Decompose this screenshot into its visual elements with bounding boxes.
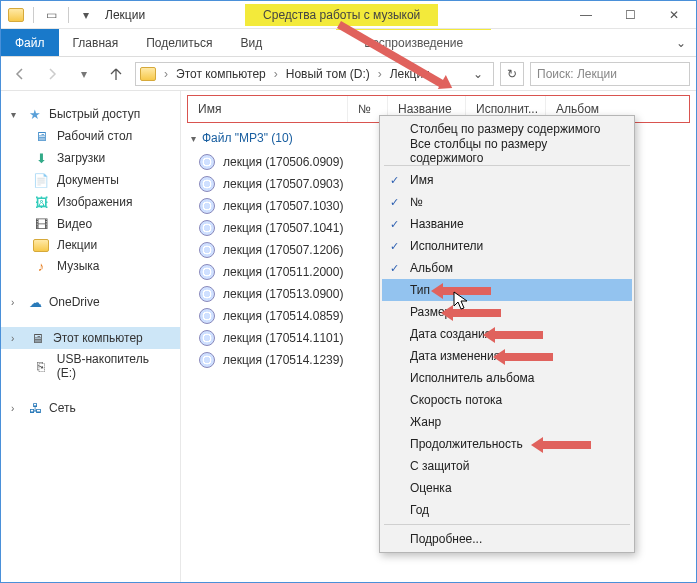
audio-file-icon <box>199 154 215 170</box>
nav-forward-button[interactable] <box>39 61 65 87</box>
menu-item-label: Дата создания <box>410 327 491 341</box>
file-name: лекция (170507.0903) <box>223 177 343 191</box>
nav-network-header[interactable]: › 🖧 Сеть <box>1 397 180 419</box>
refresh-button[interactable]: ↻ <box>500 62 524 86</box>
nav-item-label: Музыка <box>57 259 99 273</box>
nav-pane: ▾ ★ Быстрый доступ 🖥Рабочий стол ⬇Загруз… <box>1 91 181 582</box>
nav-item-lectures[interactable]: Лекции <box>1 235 180 255</box>
contextual-tab-header: Средства работы с музыкой <box>245 4 438 26</box>
maximize-button[interactable]: ☐ <box>608 1 652 29</box>
ribbon-tab-play[interactable]: Воспроизведение <box>336 29 491 56</box>
ribbon-tab-view[interactable]: Вид <box>226 29 276 56</box>
menu-column-toggle[interactable]: Дата изменения <box>382 345 632 367</box>
nav-item-label: Рабочий стол <box>57 129 132 143</box>
menu-column-toggle[interactable]: ✓Название <box>382 213 632 235</box>
nav-onedrive-header[interactable]: › ☁ OneDrive <box>1 291 180 313</box>
crumb-sep-icon[interactable]: › <box>272 67 280 81</box>
search-input[interactable]: Поиск: Лекции <box>530 62 690 86</box>
menu-column-toggle[interactable]: ✓№ <box>382 191 632 213</box>
check-icon: ✓ <box>390 174 399 187</box>
crumb-drive[interactable]: Новый том (D:) <box>282 65 374 83</box>
audio-file-icon <box>199 352 215 368</box>
menu-column-toggle[interactable]: Исполнитель альбома <box>382 367 632 389</box>
nav-item-pictures[interactable]: 🖼Изображения <box>1 191 180 213</box>
crumb-sep-icon[interactable]: › <box>162 67 170 81</box>
file-name: лекция (170506.0909) <box>223 155 343 169</box>
menu-item-label: Имя <box>410 173 433 187</box>
menu-column-toggle[interactable]: Оценка <box>382 477 632 499</box>
nav-item-label: Документы <box>57 173 119 187</box>
breadcrumb-box[interactable]: › Этот компьютер › Новый том (D:) › Лекц… <box>135 62 494 86</box>
crumb-folder[interactable]: Лекции <box>386 65 434 83</box>
menu-item-label: Продолжительность <box>410 437 523 451</box>
star-icon: ★ <box>27 106 43 122</box>
nav-item-label: USB-накопитель (E:) <box>57 352 170 380</box>
nav-quick-access-header[interactable]: ▾ ★ Быстрый доступ <box>1 103 180 125</box>
menu-column-toggle[interactable]: ✓Альбом <box>382 257 632 279</box>
properties-icon[interactable]: ▭ <box>40 4 62 26</box>
menu-more[interactable]: Подробнее... <box>382 528 632 550</box>
nav-this-pc-header[interactable]: › 🖥 Этот компьютер <box>1 327 180 349</box>
nav-item-music[interactable]: ♪Музыка <box>1 255 180 277</box>
audio-file-icon <box>199 330 215 346</box>
menu-column-toggle[interactable]: С защитой <box>382 455 632 477</box>
crumb-this-pc[interactable]: Этот компьютер <box>172 65 270 83</box>
menu-column-toggle[interactable]: Дата создания <box>382 323 632 345</box>
file-name: лекция (170507.1206) <box>223 243 343 257</box>
column-context-menu: Столбец по размеру содержимого Все столб… <box>379 115 635 553</box>
check-icon: ✓ <box>390 196 399 209</box>
crumb-sep-icon[interactable]: › <box>376 67 384 81</box>
menu-column-toggle[interactable]: Размер <box>382 301 632 323</box>
ribbon-tab-file[interactable]: Файл <box>1 29 59 56</box>
menu-item-label: № <box>410 195 423 209</box>
close-button[interactable]: ✕ <box>652 1 696 29</box>
nav-item-label: Видео <box>57 217 92 231</box>
menu-column-toggle[interactable]: ✓Имя <box>382 169 632 191</box>
nav-item-label: Изображения <box>57 195 132 209</box>
menu-size-all-columns[interactable]: Все столбцы по размеру содержимого <box>382 140 632 162</box>
col-name[interactable]: Имя <box>188 96 348 122</box>
nav-up-button[interactable] <box>103 61 129 87</box>
qat-separator <box>68 7 69 23</box>
ribbon-expand-icon[interactable]: ⌄ <box>666 29 696 56</box>
menu-separator <box>384 524 630 525</box>
minimize-button[interactable]: — <box>564 1 608 29</box>
chevron-right-icon: › <box>11 333 21 344</box>
menu-item-label: Жанр <box>410 415 441 429</box>
nav-item-videos[interactable]: 🎞Видео <box>1 213 180 235</box>
window-title: Лекции <box>105 8 145 22</box>
menu-column-toggle[interactable]: Жанр <box>382 411 632 433</box>
ribbon-tab-share[interactable]: Поделиться <box>132 29 226 56</box>
nav-network-label: Сеть <box>49 401 76 415</box>
chevron-down-icon: ▾ <box>11 109 21 120</box>
menu-separator <box>384 165 630 166</box>
check-icon: ✓ <box>390 218 399 231</box>
quick-access-toolbar: ▭ ▾ <box>1 4 97 26</box>
nav-item-documents[interactable]: 📄Документы <box>1 169 180 191</box>
qat-dropdown-icon[interactable]: ▾ <box>75 4 97 26</box>
menu-column-toggle[interactable]: ✓Исполнители <box>382 235 632 257</box>
audio-file-icon <box>199 308 215 324</box>
file-name: лекция (170514.0859) <box>223 309 343 323</box>
menu-column-toggle[interactable]: Продолжительность <box>382 433 632 455</box>
check-icon: ✓ <box>390 240 399 253</box>
titlebar: ▭ ▾ Лекции Средства работы с музыкой — ☐… <box>1 1 696 29</box>
menu-item-label: Оценка <box>410 481 452 495</box>
nav-item-downloads[interactable]: ⬇Загрузки <box>1 147 180 169</box>
file-name: лекция (170514.1239) <box>223 353 343 367</box>
ribbon-tab-home[interactable]: Главная <box>59 29 133 56</box>
menu-column-toggle[interactable]: Тип <box>382 279 632 301</box>
nav-back-button[interactable] <box>7 61 33 87</box>
menu-item-label: Исполнители <box>410 239 483 253</box>
menu-item-label: Скорость потока <box>410 393 502 407</box>
nav-item-desktop[interactable]: 🖥Рабочий стол <box>1 125 180 147</box>
nav-recent-dropdown[interactable]: ▾ <box>71 61 97 87</box>
folder-icon <box>140 67 156 81</box>
nav-item-usb[interactable]: ⎘USB-накопитель (E:) <box>1 349 180 383</box>
breadcrumb-dropdown-icon[interactable]: ⌄ <box>467 67 489 81</box>
nav-item-label: Лекции <box>57 238 97 252</box>
menu-column-toggle[interactable]: Год <box>382 499 632 521</box>
nav-this-pc-label: Этот компьютер <box>53 331 143 345</box>
qat-separator <box>33 7 34 23</box>
menu-column-toggle[interactable]: Скорость потока <box>382 389 632 411</box>
